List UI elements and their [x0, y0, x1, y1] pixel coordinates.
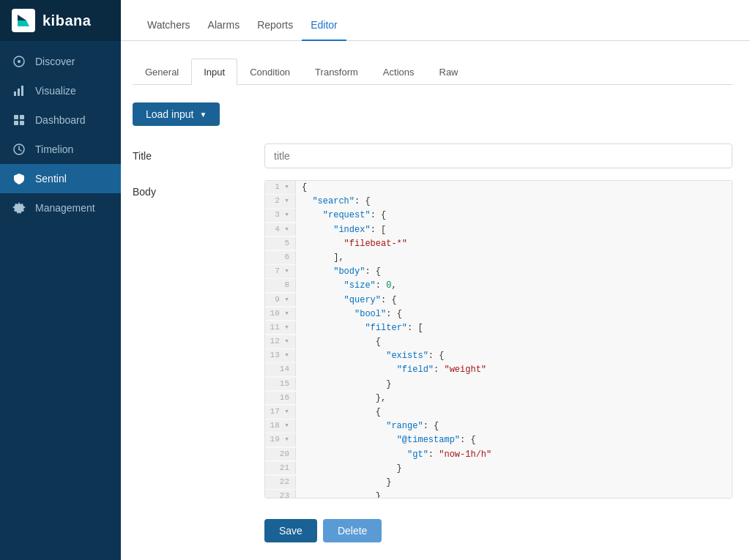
code-line: 23 } [265, 490, 732, 499]
gear-icon [12, 201, 26, 215]
content-area: General Input Condition Transform Action… [121, 41, 750, 560]
dropdown-caret-icon: ▼ [199, 111, 207, 119]
line-number: 3 ▾ [265, 209, 296, 222]
line-number: 5 [265, 237, 296, 250]
topnav-alarms[interactable]: Alarms [199, 7, 249, 41]
line-content: "filebeat-*" [296, 237, 413, 251]
sidebar-item-management[interactable]: Management [0, 193, 121, 223]
line-content: "range": { [296, 419, 445, 433]
code-line: 19 ▾ "@timestamp": { [265, 433, 732, 447]
line-content: "search": { [296, 195, 376, 209]
line-number: 6 [265, 251, 296, 264]
line-number: 8 [265, 279, 296, 292]
sidebar-item-discover[interactable]: Discover [0, 47, 121, 76]
line-number: 1 ▾ [265, 181, 296, 194]
line-number: 7 ▾ [265, 265, 296, 278]
code-line: 8 "size": 0, [265, 279, 732, 293]
line-content: "field": "weight" [296, 363, 492, 377]
sidebar-item-timelion[interactable]: Timelion [0, 135, 121, 164]
svg-rect-8 [20, 121, 24, 125]
tab-raw[interactable]: Raw [427, 59, 471, 85]
grid-icon [12, 113, 26, 127]
kibana-logo-icon [12, 9, 35, 32]
delete-button[interactable]: Delete [323, 519, 382, 542]
tab-transform[interactable]: Transform [302, 59, 371, 85]
line-content: ], [296, 251, 350, 265]
code-line: 10 ▾ "bool": { [265, 307, 732, 321]
tab-condition[interactable]: Condition [237, 59, 302, 85]
sidebar-item-dashboard-label: Dashboard [35, 114, 86, 126]
line-content: { [296, 335, 387, 349]
clock-icon [12, 142, 26, 157]
code-line: 15 } [265, 378, 732, 392]
code-line: 6 ], [265, 251, 732, 265]
line-content: "query": { [296, 294, 403, 307]
topnav-editor[interactable]: Editor [302, 7, 346, 41]
code-editor[interactable]: 1 ▾{2 ▾ "search": {3 ▾ "request": {4 ▾ "… [264, 180, 732, 499]
sidebar-item-visualize[interactable]: Visualize [0, 76, 121, 105]
body-label: Body [133, 180, 264, 198]
shield-icon [12, 171, 26, 186]
svg-rect-6 [20, 115, 24, 119]
topnav-reports[interactable]: Reports [248, 7, 302, 41]
title-label: Title [133, 150, 264, 162]
save-button[interactable]: Save [264, 519, 317, 542]
code-line: 5 "filebeat-*" [265, 237, 732, 251]
bottom-buttons: Save Delete [133, 519, 732, 542]
title-input[interactable] [264, 143, 732, 168]
load-input-button[interactable]: Load input ▼ [133, 102, 220, 126]
svg-rect-2 [14, 92, 16, 96]
line-number: 14 [265, 363, 296, 376]
code-line: 20 "gt": "now-1h/h" [265, 448, 732, 462]
sidebar-nav: Discover Visualize [0, 41, 121, 560]
line-number: 23 [265, 490, 296, 499]
line-content: "bool": { [296, 307, 408, 321]
line-content: "gt": "now-1h/h" [296, 448, 497, 462]
line-number: 12 ▾ [265, 335, 296, 348]
code-line: 12 ▾ { [265, 335, 732, 349]
tab-actions[interactable]: Actions [371, 59, 427, 85]
line-content: "filter": [ [296, 321, 429, 335]
sidebar-logo: kibana [0, 0, 121, 41]
line-content: "index": [ [296, 223, 392, 237]
top-nav: Watchers Alarms Reports Editor [121, 0, 750, 41]
line-content: { [296, 181, 313, 195]
sidebar: kibana Discover Visualize [0, 0, 121, 560]
line-number: 11 ▾ [265, 321, 296, 335]
line-number: 22 [265, 476, 296, 489]
topnav-watchers[interactable]: Watchers [138, 7, 199, 41]
code-line: 11 ▾ "filter": [ [265, 321, 732, 335]
code-line: 18 ▾ "range": { [265, 419, 732, 433]
app-name: kibana [42, 12, 91, 29]
code-line: 2 ▾ "search": { [265, 195, 732, 209]
code-line: 17 ▾ { [265, 406, 732, 419]
svg-point-1 [18, 60, 21, 63]
svg-rect-4 [21, 86, 23, 96]
sidebar-item-dashboard[interactable]: Dashboard [0, 105, 121, 135]
line-content: { [296, 406, 387, 419]
tab-input[interactable]: Input [191, 59, 237, 85]
sidebar-item-sentinl[interactable]: Sentinl [0, 164, 121, 193]
line-content: }, [296, 392, 392, 406]
code-line: 22 } [265, 476, 732, 490]
line-content: "size": 0, [296, 279, 403, 293]
line-number: 18 ▾ [265, 419, 296, 433]
sidebar-item-discover-label: Discover [35, 56, 75, 67]
tab-general[interactable]: General [133, 59, 191, 85]
sidebar-item-sentinl-label: Sentinl [35, 173, 67, 184]
line-number: 17 ▾ [265, 406, 296, 419]
svg-rect-7 [14, 121, 18, 125]
line-number: 10 ▾ [265, 307, 296, 321]
code-line: 14 "field": "weight" [265, 363, 732, 377]
code-line: 1 ▾{ [265, 181, 732, 195]
line-number: 19 ▾ [265, 433, 296, 447]
line-content: "exists": { [296, 349, 450, 363]
compass-icon [12, 54, 26, 69]
line-number: 4 ▾ [265, 223, 296, 236]
title-row: Title [133, 143, 732, 168]
line-content: "request": { [296, 209, 392, 223]
line-number: 16 [265, 392, 296, 405]
code-line: 4 ▾ "index": [ [265, 223, 732, 237]
svg-rect-5 [14, 115, 18, 119]
line-number: 21 [265, 462, 296, 475]
